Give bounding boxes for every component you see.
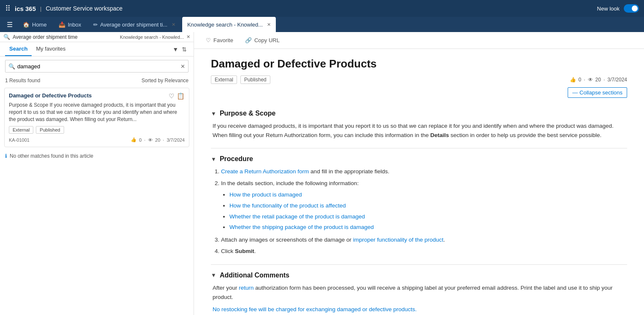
top-bar: ⠿ ics 365 | Customer Service workspace N… <box>0 0 644 17</box>
results-sort: Sorted by Relevance <box>142 78 189 83</box>
knowledge-tab-label: Knowledge search - Knowled... <box>187 22 263 28</box>
article-title: Damaged or Defective Products <box>211 57 627 70</box>
section-procedure-title: Procedure <box>220 155 253 163</box>
section-purpose-title: Purpose & Scope <box>220 110 275 117</box>
tab-avg-order-label: Average order shipment ti... <box>100 22 167 28</box>
subtab-favorites[interactable]: My favorites <box>32 42 70 56</box>
favorite-button[interactable]: ♡ Favorite <box>202 35 237 45</box>
tag-published: Published <box>36 126 64 134</box>
copy-url-button[interactable]: 🔗 Copy URL <box>242 35 283 45</box>
section-comments-header[interactable]: ▼ Additional Comments <box>211 272 627 279</box>
procedure-step-2: In the details section, include the foll… <box>221 179 627 232</box>
section-procedure: ▼ Procedure Create a Return Authorizatio… <box>211 155 627 256</box>
new-look-toggle[interactable] <box>624 4 639 13</box>
minus-icon: — <box>572 89 578 96</box>
main-layout: 🔍 Average order shipment time Knowledge … <box>0 32 644 315</box>
copy-icon[interactable]: 📋 <box>177 92 185 100</box>
tab-avg-order[interactable]: ✏ Average order shipment ti... ✕ <box>88 17 181 32</box>
purpose-paragraph: If you receive damaged products, it is i… <box>213 121 627 140</box>
dot-sep1: · <box>144 137 146 143</box>
tab-knowledge[interactable]: Knowledge search - Knowled... ✕ <box>182 17 276 32</box>
brand-label: ics 365 <box>15 5 36 12</box>
procedure-step-3: Attach any images or screenshots of the … <box>221 235 627 245</box>
section-comments-body: After your return authorization form has… <box>211 283 627 314</box>
sort-icon[interactable]: ⇅ <box>180 45 189 54</box>
chevron-down-icon-3: ▼ <box>211 272 216 278</box>
result-card-title: Damaged or Defective Products <box>9 92 169 99</box>
left-tab-link[interactable]: Knowledge search - Knowled... <box>120 35 184 40</box>
result-card[interactable]: Damaged or Defective Products ♡ 📋 Purpos… <box>4 88 189 147</box>
home-icon: 🏠 <box>23 22 30 28</box>
section-procedure-header[interactable]: ▼ Procedure <box>211 155 627 163</box>
bullet-4: Whether the shipping package of the prod… <box>229 223 627 232</box>
article-toolbar: ♡ Favorite 🔗 Copy URL <box>194 32 644 49</box>
copy-url-label: Copy URL <box>254 37 280 43</box>
section-purpose-header[interactable]: ▼ Purpose & Scope <box>211 110 627 117</box>
procedure-step-1: Create a Return Authorization form and f… <box>221 167 627 176</box>
results-count: 1 Results found <box>5 78 40 83</box>
article-content: Damaged or Defective Products External P… <box>194 49 644 315</box>
search-input[interactable] <box>5 60 189 73</box>
section-comments: ▼ Additional Comments After your return … <box>211 272 627 314</box>
likes-icon: 👍 <box>131 137 137 143</box>
tab-avg-order-close[interactable]: ✕ <box>172 22 175 27</box>
divider-2 <box>211 264 627 265</box>
search-clear-button[interactable]: ✕ <box>181 63 185 70</box>
article-date: 3/7/2024 <box>607 77 627 83</box>
inbox-icon: 📥 <box>59 22 65 28</box>
article-tags: External Published <box>211 75 270 84</box>
divider-1 <box>211 148 627 148</box>
new-look-label: New look <box>597 5 620 12</box>
search-section: 🔍 ✕ <box>0 57 194 76</box>
brand-separator: | <box>40 5 41 12</box>
link-icon: 🔗 <box>245 37 252 43</box>
article-meta-row: External Published 👍 0 · 👁 20 · 3/7/2024 <box>211 75 627 84</box>
result-card-actions: ♡ 📋 <box>169 92 185 100</box>
article-views-icon: 👁 <box>588 77 593 83</box>
likes-count: 0 <box>139 137 142 143</box>
result-card-tags: External Published <box>9 126 185 134</box>
search-icon: 🔍 <box>8 63 15 70</box>
tab-knowledge-close[interactable]: ✕ <box>267 22 271 27</box>
subtab-favorites-label: My favorites <box>36 46 65 52</box>
result-card-title-row: Damaged or Defective Products ♡ 📋 <box>9 92 185 100</box>
tab-inbox-label: Inbox <box>68 22 81 28</box>
section-comments-title: Additional Comments <box>220 272 289 279</box>
comments-paragraph-2: No restocking fee will be charged for ex… <box>213 305 627 314</box>
filter-icon[interactable]: ▼ <box>171 45 180 54</box>
tab-home-label: Home <box>32 22 47 28</box>
comments-paragraph-1: After your return authorization form has… <box>213 283 627 302</box>
views-icon: 👁 <box>148 137 153 143</box>
chevron-down-icon-2: ▼ <box>211 156 216 162</box>
article-likes: 0 <box>579 77 582 83</box>
hamburger-menu[interactable]: ☰ <box>3 19 16 30</box>
subtab-search[interactable]: Search <box>5 42 32 56</box>
collapse-label: Collapse sections <box>579 89 622 96</box>
bullet-1: How the product is damaged <box>229 190 627 199</box>
section-purpose-body: If you receive damaged products, it is i… <box>211 121 627 140</box>
collapse-sections-button[interactable]: — Collapse sections <box>568 87 627 98</box>
section-procedure-body: Create a Return Authorization form and f… <box>211 167 627 256</box>
bullet-2: How the functionality of the product is … <box>229 201 627 210</box>
tab-home[interactable]: 🏠 Home <box>18 17 52 32</box>
workspace-label: Customer Service workspace <box>46 5 122 12</box>
chevron-down-icon: ▼ <box>211 110 216 117</box>
result-date: 3/7/2024 <box>167 137 185 143</box>
article-panel: ♡ Favorite 🔗 Copy URL Damaged or Defecti… <box>194 32 644 315</box>
left-tab-close[interactable]: ✕ <box>186 34 190 40</box>
views-count: 20 <box>155 137 160 143</box>
search-box-wrap: 🔍 ✕ <box>5 60 189 73</box>
subtabs-bar: Search My favorites ▼ ⇅ <box>0 42 194 57</box>
info-icon: ℹ <box>5 153 7 159</box>
app-launcher-icon[interactable]: ⠿ <box>5 4 11 13</box>
favorite-icon[interactable]: ♡ <box>169 92 174 100</box>
result-card-meta: KA-01001 👍 0 · 👁 20 · 3/7/2024 <box>9 137 185 143</box>
article-likes-icon: 👍 <box>570 77 576 83</box>
tab-inbox[interactable]: 📥 Inbox <box>54 17 86 32</box>
procedure-step-4: Click Submit. <box>221 247 627 256</box>
section-purpose: ▼ Purpose & Scope If you receive damaged… <box>211 110 627 140</box>
no-matches-row: ℹ No other matches found in this article <box>0 150 194 162</box>
bullet-3: Whether the retail package of the produc… <box>229 212 627 221</box>
edit-icon: ✏ <box>93 22 98 28</box>
subtab-search-label: Search <box>9 46 27 52</box>
